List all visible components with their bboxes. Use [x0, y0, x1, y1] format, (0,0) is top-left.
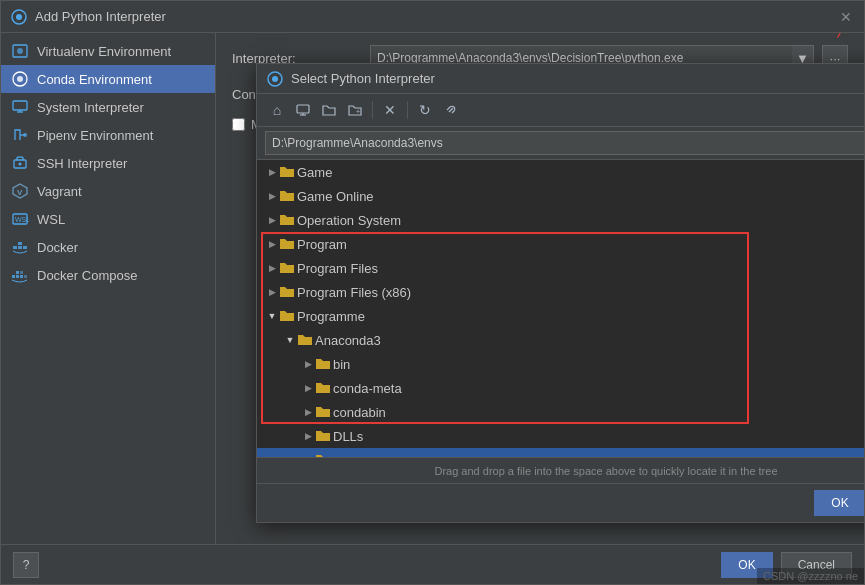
file-tree[interactable]: ▶ Game ▶ Game Online ▶ Operation Sy	[257, 160, 864, 457]
tree-item-programme[interactable]: ▼ Programme	[257, 304, 864, 328]
svg-rect-22	[16, 271, 19, 274]
tree-item-program-files-x86[interactable]: ▶ Program Files (x86)	[257, 280, 864, 304]
modal-footer: Drag and drop a file into the space abov…	[257, 457, 864, 483]
sidebar-label-compose: Docker Compose	[37, 268, 137, 283]
folder-icon-bin	[315, 357, 331, 371]
tree-item-operation-system[interactable]: ▶ Operation System	[257, 208, 864, 232]
sidebar-item-docker[interactable]: Docker	[1, 233, 215, 261]
svg-rect-16	[18, 246, 22, 249]
modal-title-bar: Select Python Interpreter ✕	[257, 64, 864, 94]
folder-icon-game-online	[279, 189, 295, 203]
modal-toolbar: ⌂ + ✕ ↻ H	[257, 94, 864, 127]
watermark: CSDN @zzzzno ne	[757, 568, 864, 584]
sidebar-item-conda[interactable]: Conda Environment	[1, 65, 215, 93]
virtualenv-icon	[11, 42, 29, 60]
toolbar-home-btn[interactable]: ⌂	[265, 98, 289, 122]
svg-text:WSL: WSL	[15, 216, 29, 223]
arrow-program-files: ▶	[265, 261, 279, 275]
svg-rect-15	[13, 246, 17, 249]
sidebar-item-vagrant[interactable]: V Vagrant	[1, 177, 215, 205]
label-conda-meta: conda-meta	[333, 381, 402, 396]
sidebar-label-vagrant: Vagrant	[37, 184, 82, 199]
svg-rect-20	[16, 275, 19, 278]
sidebar-item-pipenv[interactable]: Pipenv Environment	[1, 121, 215, 149]
arrow-game: ▶	[265, 165, 279, 179]
arrow-envs: ▼	[301, 453, 315, 457]
tree-item-anaconda3[interactable]: ▼ Anaconda3	[257, 328, 864, 352]
label-envs: envs	[333, 453, 360, 458]
tree-item-envs[interactable]: ▼ envs ←	[257, 448, 864, 457]
modal-actions: OK Cancel	[257, 483, 864, 522]
label-operation-system: Operation System	[297, 213, 401, 228]
tree-item-program[interactable]: ▶ Program	[257, 232, 864, 256]
tree-item-program-files[interactable]: ▶ Program Files	[257, 256, 864, 280]
svg-rect-27	[297, 105, 309, 113]
arrow-program-files-x86: ▶	[265, 285, 279, 299]
label-program-files-x86: Program Files (x86)	[297, 285, 411, 300]
label-anaconda3: Anaconda3	[315, 333, 381, 348]
svg-point-10	[19, 163, 22, 166]
wsl-icon: WSL	[11, 210, 29, 228]
toolbar-new-btn[interactable]: +	[343, 98, 367, 122]
sidebar-item-ssh[interactable]: SSH Interpreter	[1, 149, 215, 177]
label-game: Game	[297, 165, 332, 180]
modal-path-bar: ▼	[257, 127, 864, 160]
pipenv-icon	[11, 126, 29, 144]
compose-icon	[11, 266, 29, 284]
sidebar-item-system[interactable]: System Interpreter	[1, 93, 215, 121]
conda-icon	[11, 70, 29, 88]
label-dlls: DLLs	[333, 429, 363, 444]
sidebar-label-system: System Interpreter	[37, 100, 144, 115]
svg-point-26	[272, 76, 278, 82]
arrow-conda-meta: ▶	[301, 381, 315, 395]
main-content: Virtualenv Environment Conda Environment	[1, 33, 864, 544]
make-checkbox[interactable]	[232, 118, 245, 131]
modal-path-input[interactable]	[265, 131, 864, 155]
svg-text:+: +	[356, 108, 360, 115]
toolbar-refresh-btn[interactable]: ↻	[413, 98, 437, 122]
toolbar-separator-1	[372, 101, 373, 119]
label-programme: Programme	[297, 309, 365, 324]
toolbar-delete-btn[interactable]: ✕	[378, 98, 402, 122]
sidebar-item-virtualenv[interactable]: Virtualenv Environment	[1, 37, 215, 65]
svg-point-4	[17, 76, 23, 82]
help-btn[interactable]: ?	[13, 552, 39, 578]
docker-icon	[11, 238, 29, 256]
tree-item-conda-meta[interactable]: ▶ conda-meta	[257, 376, 864, 400]
window-title: Add Python Interpreter	[35, 9, 838, 24]
system-icon	[11, 98, 29, 116]
tree-item-game-online[interactable]: ▶ Game Online	[257, 184, 864, 208]
svg-point-8	[23, 133, 27, 137]
modal-ok-btn[interactable]: OK	[814, 490, 864, 516]
sidebar-item-docker-compose[interactable]: Docker Compose	[1, 261, 215, 289]
toolbar-link-btn[interactable]	[439, 98, 463, 122]
folder-icon-dlls	[315, 429, 331, 443]
tree-item-condabin[interactable]: ▶ condabin	[257, 400, 864, 424]
close-button[interactable]: ✕	[838, 9, 854, 25]
label-condabin: condabin	[333, 405, 386, 420]
svg-rect-5	[13, 101, 27, 110]
title-bar: Add Python Interpreter ✕	[1, 1, 864, 33]
folder-icon-operation-system	[279, 213, 295, 227]
modal-icon	[267, 71, 283, 87]
svg-point-3	[17, 48, 23, 54]
folder-icon-program-files	[279, 261, 295, 275]
folder-icon-anaconda3	[297, 333, 313, 347]
arrow-dlls: ▶	[301, 429, 315, 443]
arrow-game-online: ▶	[265, 189, 279, 203]
arrow-condabin: ▶	[301, 405, 315, 419]
tree-item-bin[interactable]: ▶ bin	[257, 352, 864, 376]
toolbar-folder-btn[interactable]	[317, 98, 341, 122]
label-program: Program	[297, 237, 347, 252]
toolbar-separator-2	[407, 101, 408, 119]
interpreter-select-dialog: Select Python Interpreter ✕ ⌂ +	[256, 63, 864, 523]
tree-item-dlls[interactable]: ▶ DLLs	[257, 424, 864, 448]
vagrant-icon: V	[11, 182, 29, 200]
toolbar-desktop-btn[interactable]	[291, 98, 315, 122]
svg-rect-21	[20, 275, 23, 278]
tree-item-game[interactable]: ▶ Game	[257, 160, 864, 184]
window-icon	[11, 9, 27, 25]
sidebar-item-wsl[interactable]: WSL WSL	[1, 205, 215, 233]
modal-title: Select Python Interpreter	[291, 71, 864, 86]
label-game-online: Game Online	[297, 189, 374, 204]
